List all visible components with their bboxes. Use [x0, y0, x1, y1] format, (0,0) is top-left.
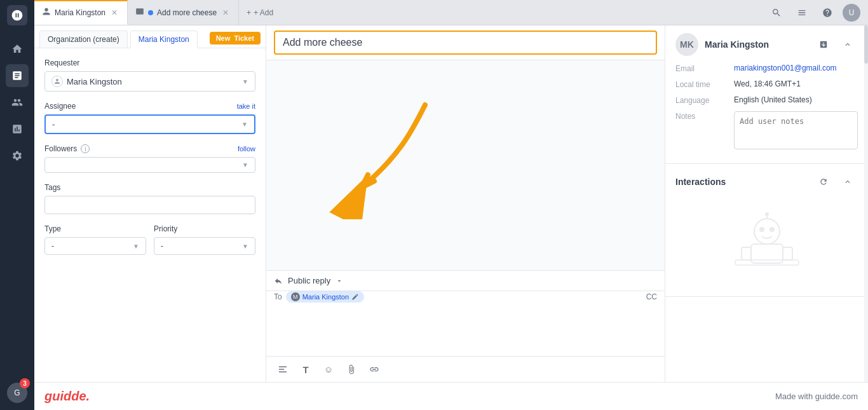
assignee-value: - [52, 120, 55, 129]
nav-item-users[interactable] [6, 91, 29, 114]
link-icon[interactable] [365, 360, 383, 378]
requester-select-inner: Maria Kingston [51, 76, 122, 87]
reply-type-row: Public reply [266, 271, 665, 291]
svg-point-8 [765, 212, 769, 216]
attach-icon[interactable] [342, 360, 360, 378]
assignee-group: Assignee take it - ▼ [44, 102, 255, 134]
content-area: Organization (create) Maria Kingston New… [34, 25, 868, 382]
nav-logo[interactable] [7, 5, 27, 25]
tab-add-button[interactable]: + + Add [239, 8, 281, 17]
expand-contact-btn[interactable] [813, 34, 834, 55]
help-button[interactable] [817, 3, 837, 23]
contact-section: MK Maria Kingston [665, 25, 868, 164]
bold-icon[interactable]: T [297, 360, 315, 378]
collapse-contact-btn[interactable] [837, 34, 858, 55]
nav-bottom: G 3 [7, 381, 27, 405]
left-panel-tabs: Organization (create) Maria Kingston New… [34, 25, 266, 48]
reply-to-row: To M Maria Kingston CC [266, 291, 665, 305]
nav-item-home[interactable] [6, 38, 29, 60]
panel-tab-org-create[interactable]: Organization (create) [39, 31, 128, 48]
priority-value: - [161, 242, 163, 250]
nav-item-settings[interactable] [6, 144, 29, 167]
right-panel: MK Maria Kingston [665, 25, 868, 382]
type-select[interactable]: - ▼ [44, 237, 146, 255]
to-edit-icon[interactable] [351, 293, 359, 301]
reply-editor[interactable] [266, 305, 665, 356]
user-avatar-button[interactable]: U [843, 4, 860, 22]
tab-maria-kingston[interactable]: Maria Kingston ✕ [34, 0, 128, 25]
tab-close-maria-kingston[interactable]: ✕ [109, 8, 119, 18]
requester-select[interactable]: Maria Kingston ▼ [44, 71, 255, 92]
reply-bar: Public reply To M Maria Kingston CC [266, 270, 665, 382]
interactions-section: Interactions [665, 164, 868, 297]
interactions-illustration [675, 200, 858, 289]
collapse-interactions-btn[interactable] [837, 172, 858, 192]
contact-initials: MK [680, 39, 694, 50]
reply-type-chevron[interactable] [336, 277, 343, 285]
to-badge[interactable]: M Maria Kingston [286, 291, 364, 303]
contact-localtime-row: Local time Wed, 18:46 GMT+1 [675, 79, 858, 89]
contact-email-row: Email mariakingston001@gmail.com [675, 64, 858, 73]
assignee-select[interactable]: - ▼ [44, 114, 255, 134]
followers-info-icon[interactable]: i [81, 144, 90, 153]
contact-avatar: MK [675, 33, 698, 56]
assignee-label-row: Assignee take it [44, 102, 255, 111]
priority-chevron: ▼ [242, 243, 248, 250]
tab-bar: Maria Kingston ✕ Add more cheese ✕ + + A… [34, 0, 868, 25]
email-label: Email [675, 64, 726, 73]
refresh-interactions-btn[interactable] [813, 172, 834, 192]
to-name: Maria Kingston [302, 293, 349, 301]
svg-point-3 [759, 227, 764, 232]
contact-name: Maria Kingston [705, 39, 769, 50]
grid-button[interactable] [792, 3, 812, 23]
type-chevron: ▼ [133, 243, 139, 250]
plus-icon: + [247, 8, 251, 17]
priority-label: Priority [154, 224, 255, 233]
followers-select[interactable]: ▼ [44, 157, 255, 173]
email-value[interactable]: mariakingston001@gmail.com [734, 64, 837, 72]
nav-badge: 3 [20, 378, 30, 388]
contact-info: Maria Kingston [705, 39, 769, 50]
arrow-annotation [285, 92, 476, 221]
requester-user-icon [51, 76, 63, 87]
ticket-body [266, 60, 665, 270]
center-panel: Public reply To M Maria Kingston CC [266, 25, 665, 382]
tags-input[interactable] [44, 196, 255, 214]
tab-add-more-cheese[interactable]: Add more cheese ✕ [128, 0, 239, 25]
search-button[interactable] [766, 3, 787, 23]
priority-select[interactable]: - ▼ [154, 237, 255, 255]
nav-item-reports[interactable] [6, 118, 29, 140]
tags-group: Tags [44, 183, 255, 214]
nav-item-tickets[interactable] [6, 64, 29, 87]
emoji-icon[interactable]: ☺ [320, 360, 337, 378]
contact-language-row: Language English (United States) [675, 95, 858, 105]
user-icon [42, 7, 51, 18]
guidde-logo: guidde. [44, 389, 90, 404]
cc-button[interactable]: CC [646, 292, 657, 301]
scrollbar-thumb[interactable] [864, 25, 868, 64]
interactions-actions [813, 172, 858, 192]
tab-close-cheese[interactable]: ✕ [220, 8, 231, 18]
scrollbar-track [864, 25, 868, 382]
nav-avatar-badge[interactable]: G 3 [7, 381, 27, 405]
interactions-title: Interactions [675, 177, 726, 187]
followers-group: Followers i follow ▼ [44, 144, 255, 173]
ticket-title-bar [266, 25, 665, 60]
follow-link[interactable]: follow [238, 145, 255, 153]
ticket-title-input[interactable] [274, 31, 657, 55]
contact-notes-row: Notes [675, 111, 858, 149]
requester-group: Requester Maria Kingston ▼ [44, 58, 255, 92]
notes-label: Notes [675, 111, 726, 121]
contact-actions [813, 34, 858, 55]
panel-tab-maria-kingston[interactable]: Maria Kingston [130, 31, 198, 48]
tab-add-label: + Add [254, 8, 273, 17]
reply-icon [274, 277, 283, 285]
take-it-link[interactable]: take it [237, 102, 255, 110]
assignee-label: Assignee [44, 102, 76, 111]
type-group: Type - ▼ [44, 224, 146, 255]
guidde-tagline: Made with guidde.com [775, 392, 858, 401]
notes-textarea[interactable] [734, 111, 858, 149]
format-icon[interactable] [274, 360, 292, 378]
public-reply-btn[interactable]: Public reply [288, 276, 330, 285]
tab-add-more-cheese-label: Add more cheese [157, 8, 217, 17]
